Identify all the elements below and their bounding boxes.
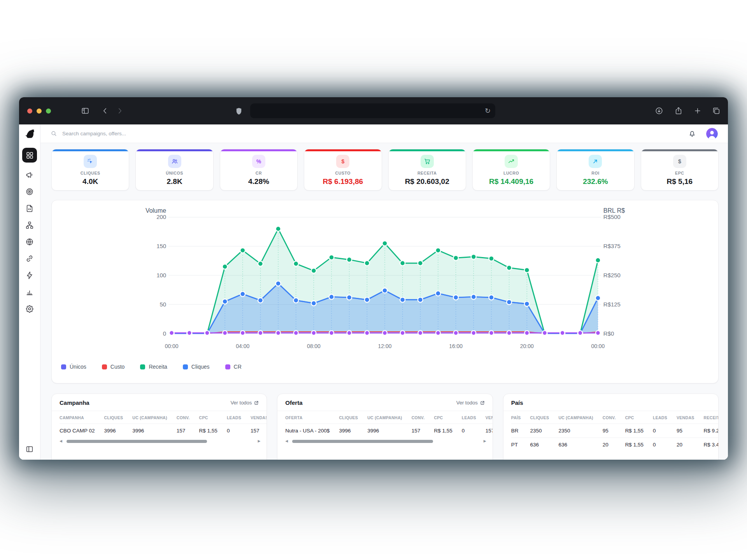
dog-logo[interactable] xyxy=(25,129,35,139)
new-tab-icon[interactable] xyxy=(693,106,703,116)
table-row: CBO CAMP 0239963996157R$ 1,550157R xyxy=(60,424,267,438)
kpi-value: R$ 6.193,86 xyxy=(304,177,381,186)
kpi-value: 4.0K xyxy=(52,177,129,186)
dollar-icon: $ xyxy=(673,155,686,168)
sidebar-item-automation[interactable] xyxy=(25,271,34,280)
sidebar-item-settings[interactable] xyxy=(25,304,34,313)
kpi-label: CLIQUES xyxy=(52,171,129,175)
notifications-bell-icon[interactable] xyxy=(688,130,696,138)
download-icon[interactable] xyxy=(654,106,664,116)
scrollbar-thumb[interactable] xyxy=(292,440,433,443)
ver-todos-link[interactable]: Ver todos xyxy=(456,400,485,406)
bar-chart-icon xyxy=(25,288,34,296)
minimize-button[interactable] xyxy=(37,108,42,114)
table-cell: 157 xyxy=(177,424,199,438)
trending-up-icon xyxy=(505,155,518,168)
sidebar-item-campaigns[interactable] xyxy=(25,171,34,179)
sidebar-item-links[interactable] xyxy=(25,254,34,263)
sidebar-collapse-button[interactable] xyxy=(25,445,34,453)
legend-item[interactable]: Receita xyxy=(140,364,167,370)
svg-text:16:00: 16:00 xyxy=(449,343,463,349)
kpi-value: R$ 5,16 xyxy=(641,177,718,186)
data-table: PAÍSCLIQUESUC (CAMPANHA)CONV.CPCLEADSVEN… xyxy=(511,411,718,452)
legend-item[interactable]: Cliques xyxy=(183,364,210,370)
scroll-left-arrow[interactable]: ◀ xyxy=(285,439,288,443)
kpi-value: R$ 20.603,02 xyxy=(389,177,466,186)
table-cell: 20 xyxy=(677,438,704,452)
sidebar xyxy=(19,124,40,460)
column-header: VENDAS xyxy=(486,411,493,424)
legend-item[interactable]: CR xyxy=(225,364,242,370)
sidebar-item-reports[interactable] xyxy=(25,288,34,296)
reload-icon[interactable]: ↻ xyxy=(485,107,491,114)
svg-text:Volume: Volume xyxy=(146,207,166,214)
table-cell: R$ 1,55 xyxy=(625,438,653,452)
kpi-value: 2.8K xyxy=(136,177,213,186)
scrollbar-track[interactable] xyxy=(291,440,480,443)
url-bar[interactable]: ↻ xyxy=(250,103,495,118)
forward-icon[interactable] xyxy=(115,106,125,116)
sidebar-item-landing-pages[interactable] xyxy=(25,204,34,213)
sidebar-item-offers[interactable] xyxy=(25,187,34,196)
traffic-chart-card: 0R$050R$125100R$250150R$375200R$500Volum… xyxy=(51,200,719,383)
browser-window: ↻ xyxy=(19,97,728,460)
column-header: LEADS xyxy=(653,411,677,424)
back-icon[interactable] xyxy=(100,106,110,116)
scrollbar-track[interactable] xyxy=(65,440,255,443)
column-header: RECEITA (CO xyxy=(704,411,718,424)
share-icon[interactable] xyxy=(673,106,684,116)
table-cell: 95 xyxy=(677,424,704,438)
column-header: CLIQUES xyxy=(104,411,133,424)
traffic-chart: 0R$050R$125100R$250150R$375200R$500Volum… xyxy=(52,200,718,360)
kpi-value: 232.6% xyxy=(557,177,634,186)
column-header: VENDAS xyxy=(677,411,704,424)
kpi-label: ROI xyxy=(557,171,634,175)
url-input[interactable] xyxy=(250,108,485,114)
table-row: BR2350235095R$ 1,55095R$ 9.288,09 xyxy=(511,424,718,438)
kpi-accent-bar xyxy=(136,149,213,151)
legend-item[interactable]: Únicos xyxy=(61,364,86,370)
column-header: LEADS xyxy=(227,411,251,424)
file-code-icon xyxy=(25,204,34,213)
globe-icon xyxy=(25,238,34,246)
table-row: PT63663620R$ 1,55020R$ 3.484,10 xyxy=(511,438,718,452)
search-input[interactable] xyxy=(61,130,230,137)
sidebar-item-dashboard[interactable] xyxy=(22,148,37,163)
scrollbar-thumb[interactable] xyxy=(67,440,207,443)
svg-text:R$250: R$250 xyxy=(603,272,621,278)
close-button[interactable] xyxy=(27,108,32,114)
kpi-accent-bar xyxy=(304,149,381,151)
table-cell: 157 xyxy=(412,424,434,438)
column-header: CONV. xyxy=(412,411,434,424)
sidebar-item-funnels[interactable] xyxy=(25,221,34,229)
kpi-label: LUCRO xyxy=(473,171,550,175)
sidebar-item-domains[interactable] xyxy=(25,238,34,246)
table-cell: 0 xyxy=(653,438,677,452)
scroll-right-arrow[interactable]: ▶ xyxy=(258,439,260,443)
table-cell: Nutra - USA - 200$ xyxy=(285,424,339,438)
user-avatar[interactable] xyxy=(706,128,718,140)
scroll-left-arrow[interactable]: ◀ xyxy=(60,439,62,443)
arrow-up-right-icon xyxy=(589,155,602,168)
kpi-accent-bar xyxy=(220,149,297,151)
column-header: CLIQUES xyxy=(530,411,559,424)
percent-icon: % xyxy=(252,155,265,168)
svg-text:100: 100 xyxy=(156,272,166,278)
external-link-icon xyxy=(480,401,485,405)
sidebar-toggle-icon[interactable] xyxy=(80,106,90,116)
table-row: Nutra - USA - 200$39963996157R$ 1,550157 xyxy=(285,424,492,438)
tab-overview-icon[interactable] xyxy=(711,106,721,116)
legend-swatch xyxy=(225,364,230,369)
legend-item[interactable]: Custo xyxy=(102,364,125,370)
ver-todos-link[interactable]: Ver todos xyxy=(230,400,259,406)
legend-label: CR xyxy=(234,364,242,370)
legend-label: Custo xyxy=(110,364,125,370)
kpi-row: CLIQUES 4.0K ÚNICOS 2.8K % CR xyxy=(51,149,719,191)
scroll-right-arrow[interactable]: ▶ xyxy=(484,439,486,443)
kpi-card-epc: $ EPC R$ 5,16 xyxy=(641,149,719,191)
maximize-button[interactable] xyxy=(46,108,51,114)
kpi-accent-bar xyxy=(52,149,129,151)
gear-icon xyxy=(25,304,34,313)
search-icon xyxy=(51,130,57,137)
shield-icon[interactable] xyxy=(234,106,244,116)
